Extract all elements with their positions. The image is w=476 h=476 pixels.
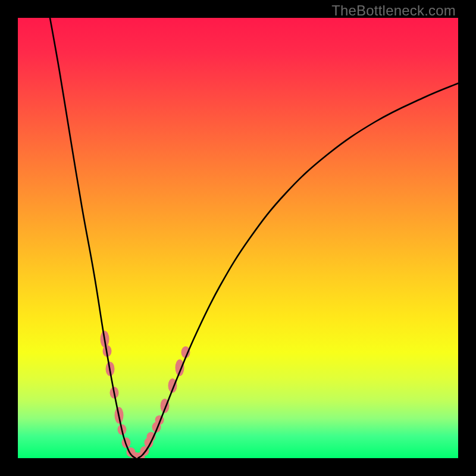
watermark-label: TheBottleneck.com: [331, 2, 456, 19]
chart-container: TheBottleneck.com: [0, 0, 476, 476]
curve-right-branch: [138, 83, 458, 458]
curve-svg: [18, 18, 458, 458]
curve-left-branch: [50, 18, 136, 458]
plot-area: [18, 18, 458, 458]
